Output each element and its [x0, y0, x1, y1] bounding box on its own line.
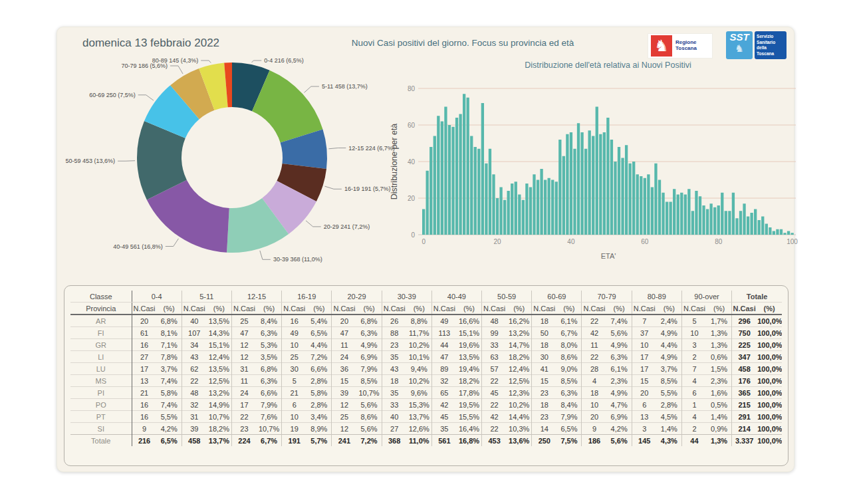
sub-header: (%): [457, 303, 482, 315]
histogram-bar: [732, 193, 735, 235]
sub-header: (%): [707, 303, 732, 315]
table-cell: 296: [732, 315, 757, 327]
histogram-bar: [735, 218, 738, 235]
table-cell: 15,3%: [407, 399, 432, 411]
table-row-PI: PI215,8%4813,2%246,6%215,8%3910,7%359,6%…: [70, 387, 782, 399]
histogram-bar: [725, 211, 727, 235]
table-cell: 2: [681, 423, 707, 435]
table-cell: 39: [332, 387, 357, 399]
table-cell: 3: [632, 423, 657, 435]
table-cell: 561: [431, 435, 457, 447]
table-cell: 3,5%: [257, 351, 282, 363]
table-row-FI: FI618,1%10714,3%476,3%496,5%476,3%8811,7…: [70, 327, 782, 339]
histogram-bar: [621, 158, 624, 235]
sst-text-label: Servizio Sanitario della Toscana: [755, 31, 787, 59]
table-cell: 8,4%: [556, 399, 582, 411]
sub-header: N.Casi: [732, 303, 757, 315]
table-cell: 16: [132, 339, 157, 351]
table-cell: 10,7%: [207, 411, 232, 423]
y-tick-label: 60: [408, 122, 416, 129]
table-cell: 1,6%: [707, 387, 732, 399]
table-cell: 18,2%: [507, 351, 532, 363]
donut-label-line: [118, 161, 135, 162]
table-cell: 5,5%: [157, 411, 182, 423]
table-cell: 10,7%: [356, 387, 382, 399]
table-cell: 13,5%: [207, 363, 232, 375]
table-cell: 47: [431, 351, 457, 363]
sub-header: (%): [757, 303, 782, 315]
table-cell: 100,0%: [757, 315, 782, 327]
histogram-bar: [422, 209, 425, 235]
table-cell: 13,5%: [457, 351, 482, 363]
table-cell: 49: [282, 327, 307, 339]
sub-header: (%): [556, 303, 582, 315]
table-cell: 7,1%: [157, 339, 182, 351]
table-cell: 16: [282, 315, 307, 327]
table-cell: 20: [582, 411, 607, 423]
donut-label-line: [170, 66, 183, 74]
table-cell: 31: [231, 363, 257, 375]
table-cell: 20: [332, 315, 357, 327]
donut-label: 80-89 145 (4,3%): [152, 57, 199, 64]
donut-label: 40-49 561 (16,8%): [113, 243, 163, 250]
table-cell: 21: [132, 387, 157, 399]
table-cell: 12: [231, 339, 257, 351]
table-cell: 191: [282, 435, 307, 447]
table-cell: 6,3%: [257, 327, 282, 339]
table-cell: 13,6%: [507, 435, 532, 447]
table-cell: 24: [231, 387, 257, 399]
table-cell: 453: [482, 435, 507, 447]
table-cell: 6: [681, 387, 707, 399]
histogram-bar: [511, 184, 513, 235]
table-cell: 22: [582, 315, 607, 327]
table-cell: 11: [231, 375, 257, 387]
histogram-bar: [687, 189, 690, 235]
histogram-bar: [706, 209, 709, 235]
table-cell: 9,6%: [407, 387, 432, 399]
sub-header: N.Casi: [681, 303, 707, 315]
table-row-GR: GR167,1%3415,1%125,3%104,4%114,9%2310,2%…: [70, 339, 782, 351]
y-tick-label: 80: [408, 85, 416, 92]
table-cell: 33: [482, 339, 507, 351]
table-cell: 35: [431, 423, 457, 435]
histogram-bar: [747, 217, 749, 235]
table-row-MS: MS137,4%2212,5%116,3%52,8%158,5%1810,2%3…: [70, 375, 782, 387]
table-cell: 6,6%: [257, 387, 282, 399]
province-label: LU: [70, 363, 132, 375]
col-group-40-49: 40-49: [431, 291, 481, 303]
table-cell: 30: [282, 363, 307, 375]
table-cell: 7,9%: [556, 411, 582, 423]
histogram-bar: [496, 198, 499, 235]
table-cell: 57: [482, 363, 507, 375]
table-cell: 5,8%: [157, 387, 182, 399]
table-cell: 176: [732, 375, 757, 387]
table-cell: 10: [681, 327, 707, 339]
table-cell: 4,5%: [657, 411, 682, 423]
sub-header: N.Casi: [582, 303, 607, 315]
y-tick-label: 40: [408, 158, 416, 166]
col-group-30-39: 30-39: [382, 291, 431, 303]
table-cell: 7,2%: [356, 435, 382, 447]
table-cell: 43: [182, 351, 207, 363]
histogram-bar: [651, 188, 654, 235]
table-cell: 16: [132, 399, 157, 411]
histogram-bar: [426, 171, 429, 235]
histogram-bar: [515, 182, 517, 235]
province-label: SI: [70, 423, 132, 435]
province-label: PO: [70, 399, 132, 411]
sub-header: N.Casi: [632, 303, 657, 315]
table-cell: 6,5%: [306, 327, 332, 339]
table-cell: 2,4%: [657, 315, 682, 327]
histogram-bar: [713, 207, 716, 235]
pegasus-icon: ♞: [735, 43, 743, 53]
histogram-bar: [632, 162, 635, 235]
histogram-bar: [709, 203, 712, 235]
table-cell: 23: [382, 339, 407, 351]
table-cell: 25: [332, 411, 357, 423]
table-cell: 6,1%: [607, 363, 632, 375]
histogram-bar: [485, 164, 487, 235]
table-cell: 16: [132, 411, 157, 423]
table-cell: 26: [382, 315, 407, 327]
table-cell: 43: [382, 363, 407, 375]
histogram-bar: [573, 149, 576, 235]
